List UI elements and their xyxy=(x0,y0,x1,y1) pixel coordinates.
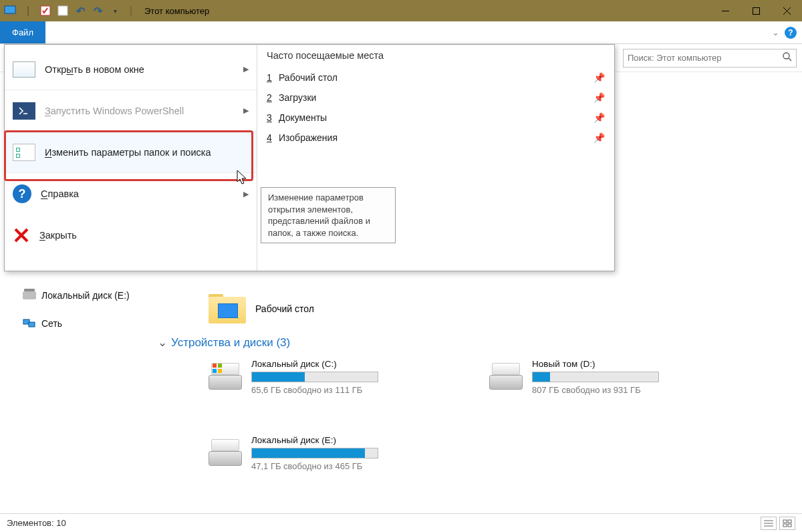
folder-label: Рабочий стол xyxy=(255,303,314,314)
svg-rect-3 xyxy=(58,6,68,15)
drive-free-text: 807 ГБ свободно из 931 ГБ xyxy=(532,385,690,395)
window-icon xyxy=(13,61,35,78)
pin-icon[interactable]: 📌 xyxy=(593,112,605,123)
drive-icon xyxy=(489,363,523,390)
ribbon-collapse-icon[interactable]: ⌄ xyxy=(772,27,779,37)
frequent-item-documents[interactable]: 3 Документы 📌 xyxy=(267,108,605,128)
drive-icon xyxy=(23,291,36,299)
status-elements-count: Элементов: 10 xyxy=(7,518,66,528)
tooltip: Изменение параметров открытия элементов,… xyxy=(261,187,396,243)
title-bar: | ↶ ↷ ▾ | Этот компьютер xyxy=(0,0,802,21)
sidebar-item-label: Локальный диск (E:) xyxy=(41,290,130,301)
pin-icon[interactable]: 📌 xyxy=(593,72,605,83)
qat: | ↶ ↷ ▾ xyxy=(0,3,123,19)
svg-rect-13 xyxy=(218,364,222,368)
help-circle-icon: ? xyxy=(13,184,31,203)
redo-icon[interactable]: ↷ xyxy=(90,3,106,19)
svg-rect-12 xyxy=(213,364,217,368)
view-large-icons-button[interactable] xyxy=(779,517,795,530)
svg-point-8 xyxy=(783,53,789,59)
frequent-label: Рабочий стол xyxy=(279,72,338,83)
search-icon[interactable] xyxy=(783,52,792,64)
drive-usage-bar xyxy=(532,372,659,382)
drive-label: Новый том (D:) xyxy=(532,359,690,369)
drive-usage-bar xyxy=(251,448,378,458)
section-devices-header[interactable]: ⌄ Устройства и диски (3) xyxy=(158,336,802,350)
maximize-button[interactable] xyxy=(741,0,771,21)
view-details-button[interactable] xyxy=(761,517,777,530)
properties-icon[interactable] xyxy=(37,3,53,19)
sidebar-item-local-disk-e[interactable]: Локальный диск (E:) xyxy=(23,286,147,305)
folder-desktop[interactable]: Рабочий стол xyxy=(209,294,802,323)
svg-rect-1 xyxy=(7,14,13,15)
svg-rect-24 xyxy=(783,524,787,527)
frequent-item-downloads[interactable]: 2 Загрузки 📌 xyxy=(267,88,605,108)
svg-rect-5 xyxy=(753,7,759,14)
menu-open-new-window[interactable]: Открыть в новом окне ▶ xyxy=(5,49,257,90)
status-bar: Элементов: 10 xyxy=(0,513,802,532)
frequent-label: Документы xyxy=(279,112,327,123)
drive-usage-bar xyxy=(251,372,378,382)
cursor-icon xyxy=(237,170,249,188)
menu-run-powershell[interactable]: Запустить Windows PowerShell ▶ xyxy=(5,90,257,132)
drive-d[interactable]: Новый том (D:) 807 ГБ свободно из 931 ГБ xyxy=(489,359,690,395)
drive-free-text: 65,6 ГБ свободно из 111 ГБ xyxy=(251,385,409,395)
menu-help[interactable]: ? Справка ▶ xyxy=(5,173,257,215)
menu-label-pre: Откр xyxy=(45,64,66,75)
svg-rect-0 xyxy=(5,6,15,13)
help-icon[interactable]: ? xyxy=(785,27,797,39)
frequent-places-title: Часто посещаемые места xyxy=(267,50,605,61)
svg-rect-14 xyxy=(213,369,217,373)
computer-icon[interactable] xyxy=(3,3,19,19)
svg-rect-15 xyxy=(218,369,222,373)
drive-e[interactable]: Локальный диск (E:) 47,1 ГБ свободно из … xyxy=(209,435,409,471)
svg-rect-23 xyxy=(788,520,791,523)
drive-label: Локальный диск (C:) xyxy=(251,359,409,369)
frequent-item-pictures[interactable]: 4 Изображения 📌 xyxy=(267,128,605,148)
svg-rect-25 xyxy=(788,524,791,527)
frequent-item-desktop[interactable]: 1 Рабочий стол 📌 xyxy=(267,68,605,88)
drive-icon xyxy=(209,439,242,466)
submenu-arrow-icon: ▶ xyxy=(243,106,249,115)
search-input[interactable] xyxy=(628,53,783,63)
frequent-label: Загрузки xyxy=(279,92,316,103)
chevron-down-icon: ⌄ xyxy=(158,336,167,350)
svg-rect-22 xyxy=(783,520,787,523)
drive-c[interactable]: Локальный диск (C:) 65,6 ГБ свободно из … xyxy=(209,359,409,395)
undo-icon[interactable]: ↶ xyxy=(72,3,88,19)
drive-label: Локальный диск (E:) xyxy=(251,435,409,445)
submenu-arrow-icon: ▶ xyxy=(243,190,249,198)
qat-dropdown-icon[interactable]: ▾ xyxy=(107,3,123,19)
drive-icon xyxy=(209,363,242,390)
minimize-button[interactable] xyxy=(710,0,741,21)
menu-close[interactable]: Закрыть xyxy=(5,215,257,256)
svg-rect-11 xyxy=(29,322,35,327)
ribbon-tabs: Файл ⌄ ? xyxy=(0,21,802,44)
submenu-arrow-icon: ▶ xyxy=(243,65,249,74)
options-icon xyxy=(13,144,35,161)
menu-change-folder-search-options[interactable]: Изменить параметры папок и поиска xyxy=(5,132,257,173)
qat-divider: | xyxy=(123,3,139,19)
file-tab[interactable]: Файл xyxy=(0,21,45,43)
drive-free-text: 47,1 ГБ свободно из 465 ГБ xyxy=(251,461,409,471)
close-window-button[interactable] xyxy=(771,0,802,21)
pin-icon[interactable]: 📌 xyxy=(593,92,605,103)
qat-separator: | xyxy=(20,3,36,19)
section-title: Устройства и диски (3) xyxy=(171,336,290,350)
sidebar-item-label: Сеть xyxy=(41,318,62,329)
svg-line-9 xyxy=(789,58,791,61)
folder-icon xyxy=(209,294,246,323)
frequent-label: Изображения xyxy=(279,132,338,143)
sidebar-item-network[interactable]: Сеть xyxy=(23,314,147,333)
powershell-icon xyxy=(13,102,35,120)
new-folder-icon[interactable] xyxy=(55,3,71,19)
drive-list: Локальный диск (C:) 65,6 ГБ свободно из … xyxy=(209,359,802,471)
close-icon xyxy=(13,227,30,244)
network-icon xyxy=(23,319,36,328)
file-menu-left: Открыть в новом окне ▶ Запустить Windows… xyxy=(5,45,257,271)
search-box[interactable] xyxy=(623,49,797,68)
pin-icon[interactable]: 📌 xyxy=(593,132,605,143)
window-title: Этот компьютер xyxy=(144,6,209,16)
